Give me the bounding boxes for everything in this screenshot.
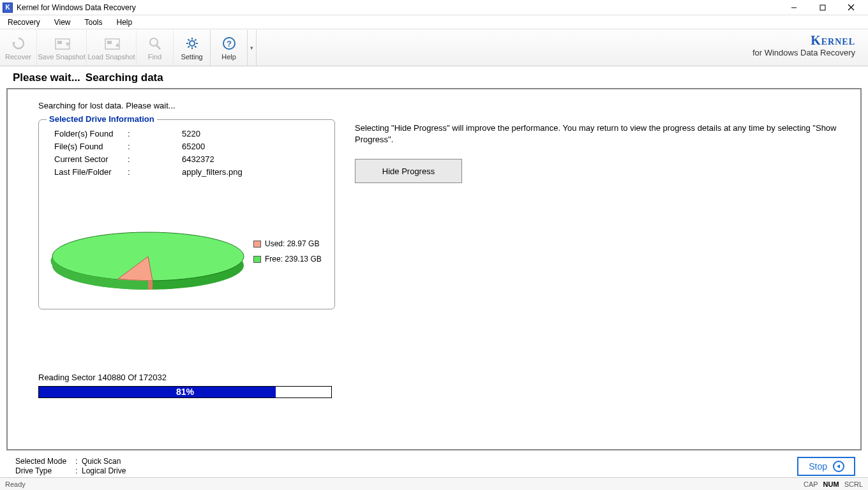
folders-value: 5220 — [182, 129, 200, 138]
menu-recovery[interactable]: Recovery — [5, 17, 43, 28]
recover-button: Recover — [0, 30, 37, 66]
brand-sub: for Windows Data Recovery — [752, 48, 855, 57]
svg-line-19 — [195, 46, 196, 47]
svg-marker-27 — [837, 464, 840, 468]
close-button[interactable] — [837, 0, 865, 15]
find-icon — [146, 35, 164, 52]
free-swatch — [253, 256, 261, 263]
main-panel: Searching for lost data. Please wait... … — [6, 88, 862, 450]
heading-searching: Searching data — [86, 71, 163, 84]
last-value: apply_filters.png — [182, 167, 243, 177]
svg-marker-10 — [116, 43, 119, 47]
recover-icon — [10, 35, 27, 52]
stop-icon — [832, 460, 845, 473]
mode-label: Selected Mode — [15, 457, 75, 466]
used-swatch — [253, 241, 261, 248]
menubar: Recovery View Tools Help — [0, 15, 868, 29]
sector-label: Current Sector — [54, 154, 128, 164]
svg-line-18 — [188, 39, 189, 40]
maximize-button[interactable] — [808, 0, 837, 15]
info-row-files: File(s) Found : 65200 — [54, 142, 327, 151]
menu-help[interactable]: Help — [114, 17, 135, 28]
info-row-last: Last File/Folder : apply_filters.png — [54, 167, 327, 177]
help-label: Help — [221, 53, 236, 61]
menu-view[interactable]: View — [52, 17, 73, 28]
toolbar-overflow[interactable]: ▾ — [248, 30, 257, 66]
setting-button[interactable]: Setting — [174, 30, 211, 66]
progress-bar: 81% — [38, 386, 332, 398]
status-scrl: SCRL — [844, 480, 863, 488]
drive-type-row: Drive Type : Logical Drive — [15, 466, 126, 475]
svg-point-11 — [150, 38, 158, 46]
selected-mode-row: Selected Mode : Quick Scan — [15, 457, 126, 466]
progress-area: Reading Sector 140880 Of 172032 81% — [38, 373, 332, 398]
find-label: Find — [148, 53, 161, 61]
svg-line-20 — [195, 39, 196, 40]
legend-used: Used: 28.97 GB — [253, 239, 322, 248]
gear-icon — [183, 35, 201, 52]
progress-percent: 81% — [39, 387, 331, 397]
status-num: NUM — [823, 480, 839, 488]
info-row-sector: Current Sector : 6432372 — [54, 154, 327, 164]
svg-line-21 — [188, 46, 189, 47]
svg-text:?: ? — [227, 39, 232, 48]
stop-button[interactable]: Stop — [797, 457, 855, 476]
brand-logo: Kernel for Windows Data Recovery — [752, 33, 855, 57]
find-button: Find — [137, 30, 174, 66]
svg-rect-6 — [57, 41, 62, 44]
folders-label: Folder(s) Found — [54, 129, 128, 138]
searching-text: Searching for lost data. Please wait... — [38, 101, 835, 110]
setting-label: Setting — [181, 53, 202, 61]
svg-marker-4 — [12, 42, 15, 45]
svg-rect-9 — [107, 41, 112, 44]
menu-tools[interactable]: Tools — [82, 17, 105, 28]
statusbar: Ready CAP NUM SCRL — [0, 477, 868, 490]
load-snapshot-button: Load Snapshot — [87, 30, 137, 66]
last-label: Last File/Folder — [54, 167, 128, 177]
pie-chart — [43, 207, 253, 302]
drive-info-fieldset: Selected Drive Information Folder(s) Fou… — [38, 119, 335, 309]
files-label: File(s) Found — [54, 142, 128, 151]
svg-rect-1 — [820, 5, 825, 10]
toolbar: Recover Save Snapshot Load Snapshot Find… — [0, 29, 868, 66]
sector-value: 6432372 — [182, 154, 214, 164]
svg-point-13 — [190, 41, 195, 46]
svg-marker-7 — [66, 43, 70, 47]
save-snapshot-label: Save Snapshot — [38, 53, 86, 61]
help-icon: ? — [220, 35, 238, 52]
drive-value: Logical Drive — [82, 466, 126, 475]
mode-value: Quick Scan — [82, 457, 121, 466]
load-snapshot-label: Load Snapshot — [87, 53, 135, 61]
stop-label: Stop — [809, 461, 827, 471]
pie-legend: Used: 28.97 GB Free: 239.13 GB — [253, 239, 322, 270]
titlebar: K Kernel for Windows Data Recovery — [0, 0, 868, 15]
page-heading: Please wait... Searching data — [0, 66, 868, 88]
legend-used-text: Used: 28.97 GB — [265, 239, 319, 248]
hide-progress-button[interactable]: Hide Progress — [355, 159, 462, 183]
app-icon: K — [3, 3, 13, 13]
footer-row: Selected Mode : Quick Scan Drive Type : … — [0, 454, 868, 477]
drive-label: Drive Type — [15, 466, 75, 475]
save-snapshot-icon — [53, 35, 71, 52]
status-ready: Ready — [5, 480, 26, 488]
brand-name: Kernel — [752, 33, 855, 48]
window-title: Kernel for Windows Data Recovery — [17, 3, 136, 12]
fieldset-legend: Selected Drive Information — [47, 114, 157, 124]
heading-wait: Please wait... — [13, 71, 80, 84]
hide-progress-tip: Selecting "Hide Progress" will improve t… — [355, 122, 841, 145]
recover-label: Recover — [5, 53, 31, 61]
legend-free: Free: 239.13 GB — [253, 255, 322, 264]
status-cap: CAP — [804, 480, 818, 488]
load-snapshot-icon — [103, 35, 121, 52]
info-row-folders: Folder(s) Found : 5220 — [54, 129, 327, 138]
help-button[interactable]: ? Help — [211, 30, 248, 66]
minimize-button[interactable] — [779, 0, 808, 15]
save-snapshot-button: Save Snapshot — [37, 30, 87, 66]
svg-line-12 — [156, 45, 160, 49]
legend-free-text: Free: 239.13 GB — [265, 255, 322, 264]
progress-text: Reading Sector 140880 Of 172032 — [38, 373, 332, 382]
files-value: 65200 — [182, 142, 205, 151]
